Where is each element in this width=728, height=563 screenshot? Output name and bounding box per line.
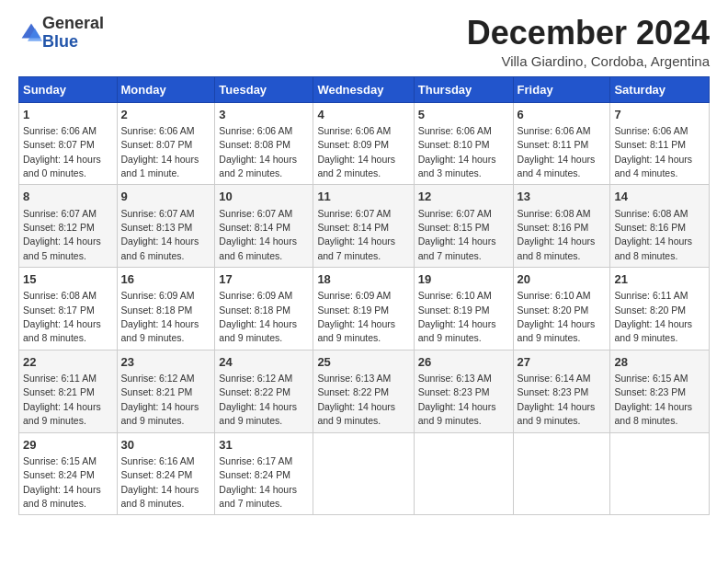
day-number: 20 <box>518 271 607 288</box>
col-tuesday: Tuesday <box>215 76 313 102</box>
table-row <box>313 432 414 515</box>
day-info: Sunrise: 6:06 AMSunset: 8:11 PMDaylight:… <box>614 125 692 178</box>
day-info: Sunrise: 6:09 AMSunset: 8:18 PMDaylight:… <box>121 290 199 343</box>
day-number: 27 <box>518 354 607 371</box>
table-row: 31Sunrise: 6:17 AMSunset: 8:24 PMDayligh… <box>215 432 313 515</box>
table-row: 22Sunrise: 6:11 AMSunset: 8:21 PMDayligh… <box>19 350 118 432</box>
table-row: 2Sunrise: 6:06 AMSunset: 8:07 PMDaylight… <box>117 102 215 185</box>
day-info: Sunrise: 6:06 AMSunset: 8:09 PMDaylight:… <box>317 125 395 178</box>
table-row: 25Sunrise: 6:13 AMSunset: 8:22 PMDayligh… <box>313 350 414 432</box>
table-row: 9Sunrise: 6:07 AMSunset: 8:13 PMDaylight… <box>117 185 215 268</box>
table-row: 18Sunrise: 6:09 AMSunset: 8:19 PMDayligh… <box>313 268 414 350</box>
day-number: 21 <box>614 271 705 288</box>
table-row: 16Sunrise: 6:09 AMSunset: 8:18 PMDayligh… <box>117 268 215 350</box>
logo-blue: Blue <box>42 32 78 51</box>
table-row: 19Sunrise: 6:10 AMSunset: 8:19 PMDayligh… <box>414 268 513 350</box>
table-row: 10Sunrise: 6:07 AMSunset: 8:14 PMDayligh… <box>215 185 313 268</box>
table-row: 6Sunrise: 6:06 AMSunset: 8:11 PMDaylight… <box>513 102 610 185</box>
logo-icon <box>20 22 42 44</box>
day-number: 22 <box>23 354 113 371</box>
day-info: Sunrise: 6:09 AMSunset: 8:18 PMDaylight:… <box>219 290 297 343</box>
col-thursday: Thursday <box>414 76 513 102</box>
table-row: 1Sunrise: 6:06 AMSunset: 8:07 PMDaylight… <box>19 102 118 185</box>
table-row: 8Sunrise: 6:07 AMSunset: 8:12 PMDaylight… <box>19 185 118 268</box>
col-sunday: Sunday <box>19 76 118 102</box>
col-monday: Monday <box>117 76 215 102</box>
day-info: Sunrise: 6:13 AMSunset: 8:22 PMDaylight:… <box>317 373 395 426</box>
day-info: Sunrise: 6:06 AMSunset: 8:07 PMDaylight:… <box>23 125 101 178</box>
logo-general: General <box>42 14 104 32</box>
day-info: Sunrise: 6:07 AMSunset: 8:14 PMDaylight:… <box>219 208 297 261</box>
page: General Blue December 2024 Villa Giardin… <box>0 0 728 524</box>
day-info: Sunrise: 6:17 AMSunset: 8:24 PMDaylight:… <box>219 455 297 509</box>
day-info: Sunrise: 6:07 AMSunset: 8:14 PMDaylight:… <box>317 208 395 261</box>
day-number: 4 <box>317 107 409 123</box>
table-row: 7Sunrise: 6:06 AMSunset: 8:11 PMDaylight… <box>610 102 710 185</box>
table-row: 17Sunrise: 6:09 AMSunset: 8:18 PMDayligh… <box>215 268 313 350</box>
day-number: 15 <box>23 271 113 288</box>
table-row: 13Sunrise: 6:08 AMSunset: 8:16 PMDayligh… <box>513 185 610 268</box>
table-row: 3Sunrise: 6:06 AMSunset: 8:08 PMDaylight… <box>215 102 313 185</box>
table-row: 12Sunrise: 6:07 AMSunset: 8:15 PMDayligh… <box>414 185 513 268</box>
col-friday: Friday <box>513 76 610 102</box>
day-number: 17 <box>219 271 309 288</box>
table-row <box>414 432 513 515</box>
logo: General Blue <box>18 15 104 52</box>
calendar-header-row: Sunday Monday Tuesday Wednesday Thursday… <box>19 76 710 102</box>
day-number: 1 <box>23 107 113 123</box>
day-number: 28 <box>614 354 705 371</box>
day-number: 3 <box>219 107 309 123</box>
day-info: Sunrise: 6:11 AMSunset: 8:20 PMDaylight:… <box>614 290 692 343</box>
day-info: Sunrise: 6:07 AMSunset: 8:12 PMDaylight:… <box>23 208 101 261</box>
day-info: Sunrise: 6:06 AMSunset: 8:07 PMDaylight:… <box>121 125 199 178</box>
day-info: Sunrise: 6:06 AMSunset: 8:08 PMDaylight:… <box>219 125 297 178</box>
day-number: 11 <box>317 189 409 205</box>
day-info: Sunrise: 6:12 AMSunset: 8:21 PMDaylight:… <box>121 373 199 426</box>
table-row: 24Sunrise: 6:12 AMSunset: 8:22 PMDayligh… <box>215 350 313 432</box>
day-number: 14 <box>614 189 705 205</box>
day-number: 24 <box>219 354 309 371</box>
calendar-week-row: 22Sunrise: 6:11 AMSunset: 8:21 PMDayligh… <box>19 350 710 432</box>
calendar-table: Sunday Monday Tuesday Wednesday Thursday… <box>18 76 710 516</box>
day-number: 26 <box>418 354 509 371</box>
table-row: 30Sunrise: 6:16 AMSunset: 8:24 PMDayligh… <box>117 432 215 515</box>
day-info: Sunrise: 6:08 AMSunset: 8:17 PMDaylight:… <box>23 290 101 343</box>
day-info: Sunrise: 6:10 AMSunset: 8:20 PMDaylight:… <box>518 290 596 343</box>
header: General Blue December 2024 Villa Giardin… <box>18 15 710 69</box>
calendar-week-row: 15Sunrise: 6:08 AMSunset: 8:17 PMDayligh… <box>19 268 710 350</box>
day-number: 30 <box>121 437 211 454</box>
day-info: Sunrise: 6:11 AMSunset: 8:21 PMDaylight:… <box>23 373 101 426</box>
col-wednesday: Wednesday <box>313 76 414 102</box>
day-number: 5 <box>418 107 509 123</box>
day-number: 10 <box>219 189 309 205</box>
calendar-week-row: 29Sunrise: 6:15 AMSunset: 8:24 PMDayligh… <box>19 432 710 515</box>
table-row: 5Sunrise: 6:06 AMSunset: 8:10 PMDaylight… <box>414 102 513 185</box>
table-row: 26Sunrise: 6:13 AMSunset: 8:23 PMDayligh… <box>414 350 513 432</box>
table-row <box>610 432 710 515</box>
location: Villa Giardino, Cordoba, Argentina <box>467 53 710 69</box>
day-number: 8 <box>23 189 113 205</box>
table-row: 15Sunrise: 6:08 AMSunset: 8:17 PMDayligh… <box>19 268 118 350</box>
day-info: Sunrise: 6:13 AMSunset: 8:23 PMDaylight:… <box>418 373 496 426</box>
table-row <box>513 432 610 515</box>
table-row: 21Sunrise: 6:11 AMSunset: 8:20 PMDayligh… <box>610 268 710 350</box>
day-info: Sunrise: 6:06 AMSunset: 8:11 PMDaylight:… <box>518 125 596 178</box>
day-number: 29 <box>23 437 113 454</box>
day-info: Sunrise: 6:09 AMSunset: 8:19 PMDaylight:… <box>317 290 395 343</box>
day-number: 18 <box>317 271 409 288</box>
table-row: 28Sunrise: 6:15 AMSunset: 8:23 PMDayligh… <box>610 350 710 432</box>
table-row: 27Sunrise: 6:14 AMSunset: 8:23 PMDayligh… <box>513 350 610 432</box>
day-info: Sunrise: 6:08 AMSunset: 8:16 PMDaylight:… <box>614 208 692 261</box>
month-title: December 2024 <box>467 15 710 52</box>
day-number: 7 <box>614 107 705 123</box>
day-info: Sunrise: 6:15 AMSunset: 8:24 PMDaylight:… <box>23 455 101 509</box>
table-row: 23Sunrise: 6:12 AMSunset: 8:21 PMDayligh… <box>117 350 215 432</box>
day-number: 9 <box>121 189 211 205</box>
day-number: 31 <box>219 437 309 454</box>
day-number: 19 <box>418 271 509 288</box>
day-info: Sunrise: 6:08 AMSunset: 8:16 PMDaylight:… <box>518 208 596 261</box>
day-info: Sunrise: 6:16 AMSunset: 8:24 PMDaylight:… <box>121 455 199 509</box>
day-number: 16 <box>121 271 211 288</box>
col-saturday: Saturday <box>610 76 710 102</box>
day-info: Sunrise: 6:15 AMSunset: 8:23 PMDaylight:… <box>614 373 692 426</box>
